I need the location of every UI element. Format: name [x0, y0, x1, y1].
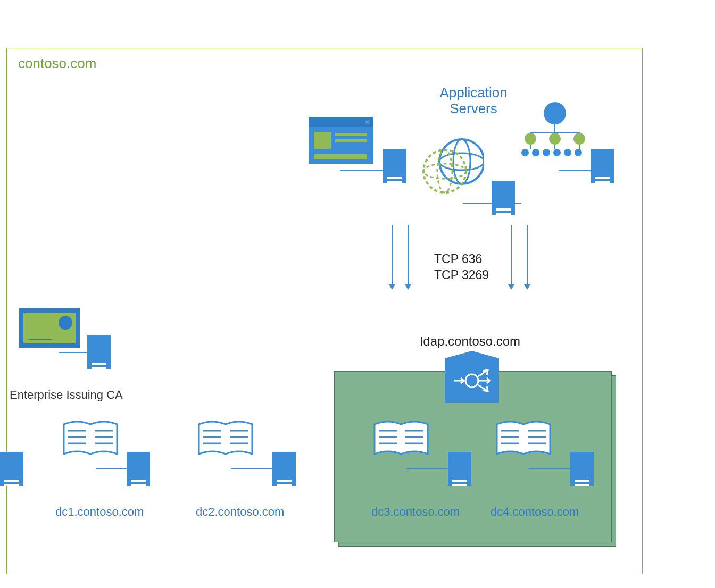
dc3-label: dc3.contoso.com	[371, 505, 460, 519]
server-icon	[127, 452, 150, 486]
protocol-label-2: TCP 3269	[434, 268, 489, 282]
server-icon	[591, 149, 614, 183]
book-icon	[492, 418, 555, 460]
book-icon	[369, 418, 433, 460]
load-balancer-icon	[445, 358, 499, 403]
arrow-down-icon	[392, 225, 393, 289]
protocol-label-1: TCP 636	[434, 252, 482, 266]
server-icon	[448, 452, 471, 486]
svg-point-0	[439, 139, 484, 184]
server-icon	[272, 452, 296, 486]
server-icon	[492, 181, 515, 215]
book-icon	[194, 418, 257, 460]
app-window-icon: ×	[309, 117, 373, 164]
server-icon	[570, 452, 594, 486]
svg-point-6	[465, 374, 478, 387]
org-chart-icon	[521, 102, 585, 155]
arrow-down-icon	[527, 225, 528, 289]
dc4-label: dc4.contoso.com	[490, 505, 579, 519]
server-icon	[383, 149, 406, 183]
arrow-down-icon	[511, 225, 512, 289]
ldap-label: ldap.contoso.com	[420, 334, 520, 349]
certificate-icon	[19, 308, 80, 348]
domain-label: contoso.com	[18, 55, 96, 72]
dc1-label: dc1.contoso.com	[55, 505, 144, 519]
book-icon	[59, 418, 122, 460]
app-servers-heading: Application Servers	[415, 85, 532, 117]
globe-icon	[420, 136, 484, 195]
dc2-label: dc2.contoso.com	[196, 505, 284, 519]
arrow-down-icon	[408, 225, 409, 289]
ca-label: Enterprise Issuing CA	[10, 388, 123, 402]
server-icon	[0, 452, 23, 486]
server-icon	[87, 335, 111, 369]
